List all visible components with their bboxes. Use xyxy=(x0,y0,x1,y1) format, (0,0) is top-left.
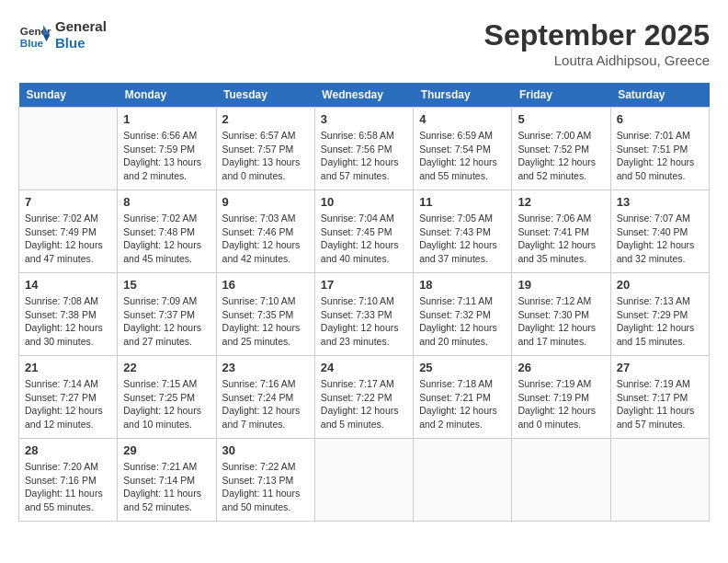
title-block: September 2025 Loutra Aidhipsou, Greece xyxy=(484,18,710,68)
day-info: Sunrise: 6:59 AMSunset: 7:54 PMDaylight:… xyxy=(419,129,506,183)
month-title: September 2025 xyxy=(484,18,710,52)
day-number: 27 xyxy=(617,361,703,374)
calendar-cell: 18Sunrise: 7:11 AMSunset: 7:32 PMDayligh… xyxy=(414,273,512,356)
week-row-1: 7Sunrise: 7:02 AMSunset: 7:49 PMDaylight… xyxy=(19,190,710,273)
calendar-cell: 1Sunrise: 6:56 AMSunset: 7:59 PMDaylight… xyxy=(118,108,216,190)
day-number: 30 xyxy=(222,443,309,457)
day-number: 3 xyxy=(321,112,407,126)
page-header: General Blue General Blue September 2025… xyxy=(18,18,710,68)
week-row-0: 1Sunrise: 6:56 AMSunset: 7:59 PMDaylight… xyxy=(19,108,710,190)
day-number: 14 xyxy=(25,278,111,292)
day-info: Sunrise: 7:09 AMSunset: 7:37 PMDaylight:… xyxy=(123,294,210,349)
calendar-cell: 27Sunrise: 7:19 AMSunset: 7:17 PMDayligh… xyxy=(610,356,709,439)
weekday-header-tuesday: Tuesday xyxy=(216,83,314,108)
weekday-header-wednesday: Wednesday xyxy=(314,83,413,108)
day-info: Sunrise: 7:07 AMSunset: 7:40 PMDaylight:… xyxy=(617,212,703,266)
day-info: Sunrise: 7:08 AMSunset: 7:38 PMDaylight:… xyxy=(25,294,111,349)
calendar-cell xyxy=(19,108,118,190)
day-info: Sunrise: 7:00 AMSunset: 7:52 PMDaylight:… xyxy=(518,129,604,183)
logo-line2: Blue xyxy=(55,35,107,52)
calendar-cell xyxy=(512,439,610,522)
calendar-cell: 22Sunrise: 7:15 AMSunset: 7:25 PMDayligh… xyxy=(118,356,216,439)
calendar-cell: 26Sunrise: 7:19 AMSunset: 7:19 PMDayligh… xyxy=(512,356,610,439)
day-info: Sunrise: 7:10 AMSunset: 7:33 PMDaylight:… xyxy=(321,294,407,349)
weekday-header-friday: Friday xyxy=(512,83,610,108)
day-number: 17 xyxy=(321,278,407,292)
day-info: Sunrise: 7:20 AMSunset: 7:16 PMDaylight:… xyxy=(25,460,111,514)
day-number: 6 xyxy=(617,112,703,126)
location: Loutra Aidhipsou, Greece xyxy=(484,52,710,68)
week-row-3: 21Sunrise: 7:14 AMSunset: 7:27 PMDayligh… xyxy=(19,356,710,439)
day-number: 22 xyxy=(123,361,210,374)
day-number: 7 xyxy=(25,195,111,209)
day-info: Sunrise: 7:11 AMSunset: 7:32 PMDaylight:… xyxy=(419,294,506,349)
calendar-cell: 4Sunrise: 6:59 AMSunset: 7:54 PMDaylight… xyxy=(414,108,512,190)
calendar-cell: 11Sunrise: 7:05 AMSunset: 7:43 PMDayligh… xyxy=(414,190,512,273)
calendar-cell: 14Sunrise: 7:08 AMSunset: 7:38 PMDayligh… xyxy=(19,273,118,356)
calendar-cell: 6Sunrise: 7:01 AMSunset: 7:51 PMDaylight… xyxy=(610,108,709,190)
day-info: Sunrise: 7:02 AMSunset: 7:48 PMDaylight:… xyxy=(123,212,210,266)
day-number: 20 xyxy=(617,278,703,292)
svg-text:Blue: Blue xyxy=(20,37,44,49)
day-info: Sunrise: 7:15 AMSunset: 7:25 PMDaylight:… xyxy=(123,377,210,431)
calendar-cell: 29Sunrise: 7:21 AMSunset: 7:14 PMDayligh… xyxy=(118,439,216,522)
day-info: Sunrise: 7:04 AMSunset: 7:45 PMDaylight:… xyxy=(321,212,407,266)
calendar-cell: 24Sunrise: 7:17 AMSunset: 7:22 PMDayligh… xyxy=(314,356,413,439)
weekday-header-thursday: Thursday xyxy=(414,83,512,108)
day-info: Sunrise: 7:18 AMSunset: 7:21 PMDaylight:… xyxy=(419,377,506,431)
logo: General Blue General Blue xyxy=(18,18,107,52)
day-info: Sunrise: 7:14 AMSunset: 7:27 PMDaylight:… xyxy=(25,377,111,431)
svg-marker-3 xyxy=(43,35,50,41)
calendar-cell xyxy=(610,439,709,522)
day-info: Sunrise: 7:01 AMSunset: 7:51 PMDaylight:… xyxy=(617,129,703,183)
day-number: 2 xyxy=(222,112,309,126)
day-number: 4 xyxy=(419,112,506,126)
day-number: 9 xyxy=(222,195,309,209)
day-number: 18 xyxy=(419,278,506,292)
calendar-cell: 5Sunrise: 7:00 AMSunset: 7:52 PMDaylight… xyxy=(512,108,610,190)
day-number: 19 xyxy=(518,278,604,292)
day-info: Sunrise: 7:16 AMSunset: 7:24 PMDaylight:… xyxy=(222,377,309,431)
day-number: 15 xyxy=(123,278,210,292)
day-number: 29 xyxy=(123,443,210,457)
day-number: 25 xyxy=(419,361,506,374)
day-number: 21 xyxy=(25,361,111,374)
day-info: Sunrise: 7:21 AMSunset: 7:14 PMDaylight:… xyxy=(123,460,210,514)
calendar-cell: 30Sunrise: 7:22 AMSunset: 7:13 PMDayligh… xyxy=(216,439,314,522)
day-number: 26 xyxy=(518,361,604,374)
logo-line1: General xyxy=(55,18,107,35)
day-number: 1 xyxy=(123,112,210,126)
calendar-cell: 20Sunrise: 7:13 AMSunset: 7:29 PMDayligh… xyxy=(610,273,709,356)
day-number: 11 xyxy=(419,195,506,209)
weekday-header-saturday: Saturday xyxy=(610,83,709,108)
weekday-header-monday: Monday xyxy=(118,83,216,108)
calendar-cell: 21Sunrise: 7:14 AMSunset: 7:27 PMDayligh… xyxy=(19,356,118,439)
day-info: Sunrise: 7:10 AMSunset: 7:35 PMDaylight:… xyxy=(222,294,309,349)
day-info: Sunrise: 6:58 AMSunset: 7:56 PMDaylight:… xyxy=(321,129,407,183)
weekday-header-sunday: Sunday xyxy=(19,83,118,108)
day-info: Sunrise: 6:57 AMSunset: 7:57 PMDaylight:… xyxy=(222,129,309,183)
calendar-cell: 7Sunrise: 7:02 AMSunset: 7:49 PMDaylight… xyxy=(19,190,118,273)
calendar-cell: 13Sunrise: 7:07 AMSunset: 7:40 PMDayligh… xyxy=(610,190,709,273)
week-row-4: 28Sunrise: 7:20 AMSunset: 7:16 PMDayligh… xyxy=(19,439,710,522)
calendar-cell: 2Sunrise: 6:57 AMSunset: 7:57 PMDaylight… xyxy=(216,108,314,190)
weekday-header-row: SundayMondayTuesdayWednesdayThursdayFrid… xyxy=(19,83,710,108)
calendar-cell: 8Sunrise: 7:02 AMSunset: 7:48 PMDaylight… xyxy=(118,190,216,273)
day-number: 12 xyxy=(518,195,604,209)
calendar-cell: 23Sunrise: 7:16 AMSunset: 7:24 PMDayligh… xyxy=(216,356,314,439)
calendar-cell: 15Sunrise: 7:09 AMSunset: 7:37 PMDayligh… xyxy=(118,273,216,356)
calendar-cell: 25Sunrise: 7:18 AMSunset: 7:21 PMDayligh… xyxy=(414,356,512,439)
logo-icon: General Blue xyxy=(18,18,51,52)
day-number: 24 xyxy=(321,361,407,374)
calendar-cell: 28Sunrise: 7:20 AMSunset: 7:16 PMDayligh… xyxy=(19,439,118,522)
calendar-cell: 10Sunrise: 7:04 AMSunset: 7:45 PMDayligh… xyxy=(314,190,413,273)
day-info: Sunrise: 7:13 AMSunset: 7:29 PMDaylight:… xyxy=(617,294,703,349)
day-number: 23 xyxy=(222,361,309,374)
day-info: Sunrise: 6:56 AMSunset: 7:59 PMDaylight:… xyxy=(123,129,210,183)
calendar-cell xyxy=(314,439,413,522)
day-info: Sunrise: 7:02 AMSunset: 7:49 PMDaylight:… xyxy=(25,212,111,266)
day-number: 5 xyxy=(518,112,604,126)
calendar-cell xyxy=(414,439,512,522)
day-info: Sunrise: 7:17 AMSunset: 7:22 PMDaylight:… xyxy=(321,377,407,431)
day-info: Sunrise: 7:19 AMSunset: 7:19 PMDaylight:… xyxy=(518,377,604,431)
